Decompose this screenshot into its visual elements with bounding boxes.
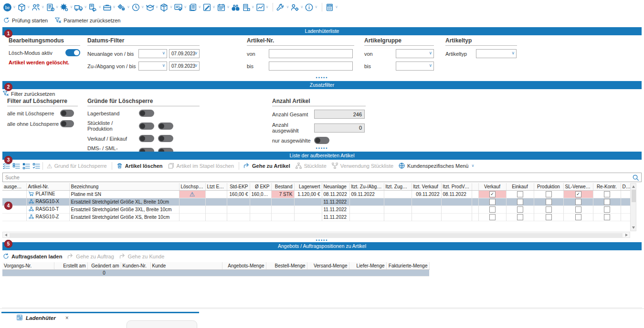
zuabgang-bis-combo[interactable]: 07.09.2023∨ (169, 62, 200, 71)
column-header[interactable]: Versand-Menge (307, 262, 349, 269)
chevron-down-icon[interactable]: ∨ (184, 5, 187, 9)
flag-checkbox[interactable] (604, 199, 610, 205)
select-none-list-button[interactable] (12, 162, 21, 170)
delivery-note-button[interactable]: ∨ (88, 3, 101, 12)
column-header[interactable]: Verkauf (478, 183, 506, 190)
column-header[interactable]: Neuanlage (322, 183, 349, 190)
tab-close-icon[interactable]: × (65, 315, 69, 321)
flag-checkbox[interactable] (546, 214, 552, 220)
chevron-down-icon[interactable]: ∨ (315, 5, 317, 9)
artikel-l-schen-button[interactable]: Artikel löschen (116, 162, 163, 170)
st-ckliste-produktion-toggle[interactable] (139, 123, 154, 130)
flag-checkbox[interactable] (546, 191, 552, 197)
neuanlage-bis-combo[interactable]: 07.09.2023∨ (169, 49, 200, 58)
column-header[interactable]: Bestell-Menge (266, 262, 307, 269)
artikelgruppe-von-combo[interactable]: ∨ (396, 49, 434, 58)
select-invert-list-button[interactable] (22, 162, 31, 170)
column-header[interactable]: Einkauf (506, 183, 534, 190)
flag-checkbox[interactable] (546, 206, 552, 213)
flag-checkbox[interactable] (517, 206, 523, 213)
statistics-chart-button[interactable]: ∨ (256, 3, 269, 12)
chevron-down-icon[interactable]: ∨ (472, 164, 475, 168)
column-header[interactable]: Ø EKP (250, 183, 271, 190)
column-header[interactable]: Liefer-Menge (349, 262, 386, 269)
artikel-nr-von-input[interactable] (269, 49, 353, 58)
column-header[interactable]: ltzt. Zu-/Abgang (349, 183, 384, 190)
column-header[interactable]: Fakturierte-Menge (386, 262, 429, 269)
article-cube-button[interactable]: ∨ (17, 3, 30, 12)
flag-checkbox[interactable] (604, 206, 610, 213)
flag-checkbox[interactable] (604, 191, 610, 197)
tab-ladenhueter[interactable]: Ladenhüter × (16, 314, 69, 322)
splitter-handle[interactable]: ••••• (0, 146, 644, 150)
editor-pencil-button[interactable]: ∨ (202, 3, 215, 12)
column-header[interactable]: Produktion (534, 183, 563, 190)
table-row[interactable]: RASG10-TErsatzteil Stretchgürtel Größe 3… (2, 205, 630, 213)
chevron-down-icon[interactable]: ∨ (198, 5, 201, 9)
table-row[interactable]: PLATINEPlatine mit SN⚠160,00 €160,00 €7 … (2, 190, 630, 198)
column-header[interactable]: Lagerwert (294, 183, 322, 190)
column-header[interactable]: Re-Kontr. (593, 183, 621, 190)
documents-button[interactable]: ∨ (188, 3, 201, 12)
flag-checkbox[interactable] (604, 214, 610, 220)
chevron-down-icon[interactable]: ∨ (252, 5, 254, 9)
lagerbestand-toggle[interactable] (139, 110, 154, 117)
chevron-down-icon[interactable]: ∨ (113, 5, 116, 9)
search-icon[interactable] (632, 174, 640, 183)
flag-checkbox[interactable] (517, 199, 523, 205)
search-input[interactable] (3, 173, 630, 182)
parameter-zur-cksetzen-button[interactable]: Parameter zurücksetzen (54, 17, 120, 25)
flag-checkbox[interactable] (489, 214, 496, 220)
chevron-down-icon[interactable]: ∨ (13, 5, 16, 9)
calculator-button[interactable]: ∨ (325, 3, 338, 12)
flag-checkbox[interactable] (517, 191, 523, 197)
column-header[interactable]: ltzt. Verkauf (412, 183, 441, 190)
chevron-down-icon[interactable]: ∨ (212, 5, 215, 9)
kundenspezifisches-men--button[interactable]: Kundenspezifisches Menü∨ (398, 162, 474, 170)
chevron-down-icon[interactable]: ∨ (98, 5, 101, 9)
flag-checkbox[interactable] (575, 206, 581, 213)
splitter-handle[interactable]: ••••• (0, 238, 644, 242)
column-header[interactable]: SL-Verwen... (563, 183, 593, 190)
orders-document-button[interactable]: ∨ (46, 3, 59, 12)
chevron-down-icon[interactable]: ∨ (27, 5, 30, 9)
pr-fung-starten-button[interactable]: Prüfung starten (3, 17, 48, 25)
filter-reset-button[interactable]: Filter zurücksetzen (2, 90, 55, 98)
column-header[interactable] (472, 183, 478, 190)
chevron-down-icon[interactable]: ∨ (70, 5, 73, 9)
st-ckliste-produktion-toggle[interactable] (158, 123, 173, 130)
column-header[interactable]: Löschsperre (179, 183, 205, 190)
chevron-down-icon[interactable]: ∨ (84, 5, 87, 9)
column-header[interactable]: ltzt. ProdVerb (441, 183, 472, 190)
verkauf-einkauf-toggle[interactable] (158, 135, 173, 142)
vertical-scrollbar[interactable] (630, 183, 636, 231)
auftragsdaten-laden-button[interactable]: Auftragsdaten laden (2, 253, 62, 261)
chevron-down-icon[interactable]: ∨ (300, 5, 303, 9)
company-building-button[interactable]: ∨ (242, 3, 254, 12)
horizontal-scrollbar[interactable] (2, 232, 630, 238)
column-header[interactable]: Ltzt EKP (205, 183, 227, 190)
table-row[interactable]: RASG10-XErsatzteil Stretchgürtel Größe X… (2, 198, 630, 205)
stock-in-box-button[interactable]: ∨ (146, 3, 158, 12)
alle-ohne-l-schsperre-toggle[interactable] (60, 120, 74, 127)
info-button[interactable]: ∨ (305, 3, 317, 12)
column-header[interactable]: DM (621, 183, 630, 190)
column-header[interactable]: Kunden-Nr. (121, 262, 150, 269)
shipping-truck-button[interactable]: ∨ (74, 3, 87, 12)
chevron-down-icon[interactable]: ∨ (266, 5, 269, 9)
neuanlage-von-combo[interactable]: ∨ (138, 49, 167, 58)
artikeltyp-combo[interactable]: ∨ (476, 49, 517, 58)
table-row[interactable]: RASG10-ZErsatzteil Stretchgürtel Größe X… (2, 213, 630, 221)
flag-checkbox[interactable]: ✓ (575, 191, 581, 197)
column-header[interactable]: Artikel-Nr. (26, 183, 69, 190)
chevron-down-icon[interactable]: ∨ (141, 5, 144, 9)
time-clock-button[interactable]: ∨ (131, 3, 144, 12)
search-binoculars-button[interactable] (231, 3, 240, 12)
chevron-down-icon[interactable]: ∨ (335, 5, 338, 9)
services-gear-button[interactable]: ∨ (60, 3, 73, 12)
alle-mit-l-schsperre-toggle[interactable] (60, 110, 74, 117)
flag-checkbox[interactable] (489, 206, 496, 213)
chevron-down-icon[interactable]: ∨ (56, 5, 59, 9)
column-header[interactable]: Std-EKP (227, 183, 250, 190)
contracts-certificate-button[interactable]: ∨ (174, 3, 187, 12)
